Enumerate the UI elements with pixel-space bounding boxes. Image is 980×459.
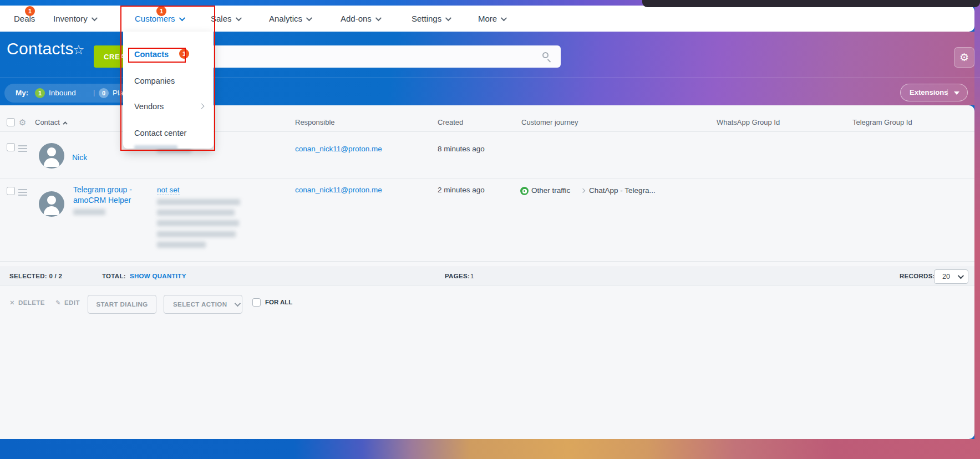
column-header-journey[interactable]: Customer journey xyxy=(521,118,578,126)
overlay-dark-bar xyxy=(642,0,980,7)
table-settings-gear-icon[interactable]: ⚙ xyxy=(19,118,26,128)
column-header-whatsapp[interactable]: WhatsApp Group Id xyxy=(717,118,780,126)
dropdown-item-contact-center[interactable]: Contact center xyxy=(134,129,186,137)
nav-item-analytics[interactable]: Analytics xyxy=(269,6,311,32)
edit-button[interactable]: ✎EDIT xyxy=(55,299,80,307)
redacted-text xyxy=(134,145,177,149)
dropdown-item-vendors[interactable]: Vendors xyxy=(134,102,164,111)
pagination-bar: SELECTED: 0 / 2 TOTAL: SHOW QUANTITY PAG… xyxy=(0,267,974,285)
nav-label: Add-ons xyxy=(341,14,372,23)
pages-label: PAGES: xyxy=(445,273,470,279)
contact-name-link-line2[interactable]: amoCRM Helper xyxy=(73,196,131,205)
nav-item-more[interactable]: More xyxy=(478,6,505,32)
desktop-gradient-right xyxy=(974,6,980,439)
records-label: RECORDS: xyxy=(900,273,935,279)
traffic-source-icon xyxy=(520,187,529,195)
contact-name-link[interactable]: Telegram group - xyxy=(73,185,132,194)
pipeline-inbound-label[interactable]: Inbound xyxy=(49,89,76,97)
journey-source: Other traffic xyxy=(531,186,570,195)
dropdown-item-contacts[interactable]: Contacts 1 xyxy=(134,50,169,59)
column-header-telegram[interactable]: Telegram Group Id xyxy=(852,118,912,126)
redacted-text xyxy=(157,242,206,248)
nav-label: Settings xyxy=(412,14,441,23)
submenu-chevron-icon xyxy=(199,104,205,109)
row-checkbox[interactable] xyxy=(7,187,15,195)
planned-count-badge: 0 xyxy=(99,88,109,98)
redacted-text xyxy=(73,209,105,215)
select-action-label: SELECT ACTION xyxy=(173,301,227,308)
records-per-page-select[interactable]: 20 xyxy=(934,269,968,284)
drag-handle-icon[interactable] xyxy=(18,145,27,152)
records-value: 20 xyxy=(942,273,950,280)
edit-pencil-icon: ✎ xyxy=(55,299,61,306)
column-header-created[interactable]: Created xyxy=(438,118,463,126)
favorite-star-icon[interactable]: ☆ xyxy=(73,42,85,58)
contact-avatar[interactable] xyxy=(39,143,64,169)
selected-count: SELECTED: 0 / 2 xyxy=(9,273,62,279)
chevron-down-icon xyxy=(91,14,97,21)
deals-count-badge: 1 xyxy=(25,6,35,16)
created-time: 8 minutes ago xyxy=(438,145,485,153)
redacted-text xyxy=(157,220,239,226)
chevron-down-icon xyxy=(501,14,507,21)
journey-step: ChatApp - Telegra... xyxy=(589,186,656,195)
row-checkbox[interactable] xyxy=(7,143,15,151)
chevron-down-icon xyxy=(306,14,312,21)
nav-label: Customers xyxy=(135,14,175,23)
table-border xyxy=(0,261,974,262)
select-action-button[interactable]: SELECT ACTION xyxy=(164,295,242,314)
responsible-email-link[interactable]: conan_nick11@proton.me xyxy=(295,145,382,153)
created-time: 2 minutes ago xyxy=(438,186,485,194)
nav-item-settings[interactable]: Settings xyxy=(412,6,450,32)
extensions-caret-icon[interactable] xyxy=(954,91,959,95)
customers-dropdown-menu: Contacts 1 Companies Vendors Contact cen… xyxy=(123,32,214,149)
responsible-email-link[interactable]: conan_nick11@proton.me xyxy=(295,186,382,194)
show-quantity-link[interactable]: SHOW QUANTITY xyxy=(130,273,186,279)
column-header-contact[interactable]: Contact xyxy=(35,118,68,126)
extensions-label: Extensions xyxy=(910,88,948,96)
search-input[interactable] xyxy=(194,45,561,68)
drag-handle-icon[interactable] xyxy=(18,189,27,196)
not-set-link[interactable]: not set xyxy=(157,186,180,194)
chevron-down-icon xyxy=(235,300,241,307)
chevron-down-icon xyxy=(375,14,382,21)
nav-item-sales[interactable]: Sales xyxy=(211,6,240,32)
redacted-text xyxy=(157,231,236,237)
nav-item-inventory[interactable]: Inventory xyxy=(53,6,96,32)
select-all-checkbox[interactable] xyxy=(7,118,15,126)
contact-name-link[interactable]: Nick xyxy=(72,153,87,162)
customers-count-badge: 1 xyxy=(156,6,166,16)
nav-label: Analytics xyxy=(269,14,302,23)
pages-value: 1 xyxy=(470,273,474,279)
for-all-checkbox[interactable] xyxy=(252,298,261,307)
inbound-count-badge: 1 xyxy=(35,88,45,98)
chevron-down-icon xyxy=(445,14,451,21)
for-all-label: FOR ALL xyxy=(265,299,292,305)
chevron-down-icon xyxy=(179,14,185,21)
delete-x-icon: ✕ xyxy=(9,299,15,306)
extensions-separator: | xyxy=(947,88,948,96)
my-filter-label: My: xyxy=(16,89,28,97)
desktop-gradient-bottom xyxy=(0,439,980,459)
column-header-responsible[interactable]: Responsible xyxy=(295,118,335,126)
chevron-down-icon xyxy=(958,273,964,279)
extensions-button[interactable]: Extensions | xyxy=(900,84,968,101)
pipeline-separator: | xyxy=(93,88,95,96)
chevron-down-icon xyxy=(235,14,241,21)
nav-label: Sales xyxy=(211,14,232,23)
nav-label: More xyxy=(478,14,497,23)
page-title: Contacts xyxy=(7,39,74,58)
header-settings-button[interactable]: ⚙ xyxy=(954,47,974,68)
sort-asc-icon xyxy=(63,121,67,126)
delete-button[interactable]: ✕DELETE xyxy=(9,299,45,307)
search-icon xyxy=(542,52,549,58)
nav-item-addons[interactable]: Add-ons xyxy=(341,6,380,32)
bulk-action-bar: ✕DELETE ✎EDIT START DIALING SELECT ACTIO… xyxy=(0,285,974,322)
contact-avatar[interactable] xyxy=(39,191,64,217)
redacted-text xyxy=(157,210,235,216)
start-dialing-button[interactable]: START DIALING xyxy=(88,295,156,314)
dropdown-item-companies[interactable]: Companies xyxy=(134,76,175,85)
top-nav-bar: Deals Inventory Customers Sales Analytic… xyxy=(0,6,974,32)
table-border xyxy=(0,178,974,179)
contacts-count-badge: 1 xyxy=(179,49,189,59)
